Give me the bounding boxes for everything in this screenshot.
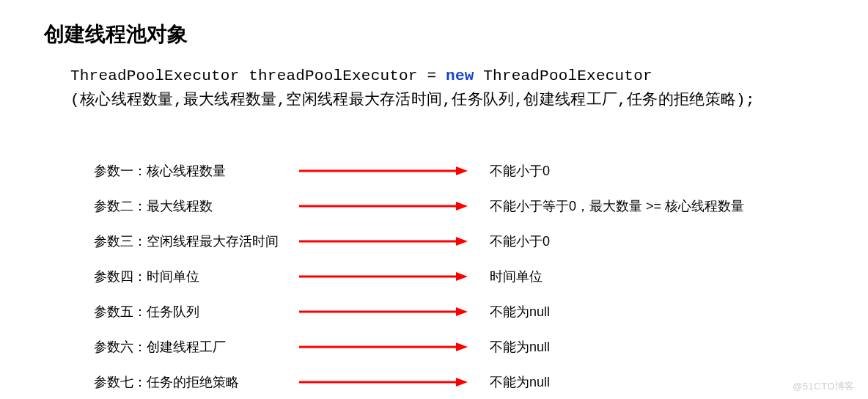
code-text: ThreadPoolExecutor threadPoolExecutor = [70, 67, 446, 84]
param-label: 参数五：任务队列 [94, 303, 299, 321]
code-line-2: (核心线程数量,最大线程数量,空闲线程最大存活时间,任务队列,创建线程工厂,任务… [70, 89, 824, 113]
param-row: 参数七：任务的拒绝策略 不能为null [94, 365, 824, 399]
code-snippet: ThreadPoolExecutor threadPoolExecutor = … [70, 65, 824, 112]
code-text: ThreadPoolExecutor [474, 67, 652, 84]
arrow-icon [299, 307, 490, 317]
param-desc: 不能为null [490, 338, 824, 356]
param-label: 参数六：创建线程工厂 [94, 338, 299, 356]
code-line-1: ThreadPoolExecutor threadPoolExecutor = … [70, 65, 824, 89]
param-row: 参数三：空闲线程最大存活时间 不能小于0 [94, 224, 824, 259]
param-row: 参数五：任务队列 不能为null [94, 294, 824, 329]
param-desc: 不能为null [490, 303, 824, 321]
arrow-icon [299, 342, 490, 352]
param-row: 参数六：创建线程工厂 不能为null [94, 329, 824, 365]
svg-marker-3 [456, 202, 468, 211]
watermark: @51CTO博客 [792, 380, 855, 393]
svg-marker-1 [456, 166, 468, 175]
keyword-new: new [446, 67, 474, 84]
svg-marker-13 [456, 378, 468, 387]
svg-marker-7 [456, 272, 468, 281]
svg-marker-11 [456, 343, 468, 351]
svg-marker-5 [456, 237, 468, 246]
arrow-icon [299, 271, 490, 282]
param-label: 参数二：最大线程数 [94, 197, 299, 215]
param-label: 参数四：时间单位 [94, 268, 299, 285]
arrow-icon [299, 201, 490, 211]
param-desc: 不能小于0 [490, 162, 824, 180]
param-desc: 不能小于等于0，最大数量 >= 核心线程数量 [490, 197, 824, 215]
param-desc: 时间单位 [490, 268, 824, 285]
parameter-list: 参数一：核心线程数量 不能小于0 参数二：最大线程数 不能小于等于0，最大数量 … [94, 153, 824, 399]
param-row: 参数二：最大线程数 不能小于等于0，最大数量 >= 核心线程数量 [94, 188, 824, 224]
param-label: 参数一：核心线程数量 [94, 162, 299, 180]
arrow-icon [299, 377, 490, 387]
param-row: 参数一：核心线程数量 不能小于0 [94, 153, 824, 188]
page-title: 创建线程池对象 [44, 21, 824, 48]
param-row: 参数四：时间单位 时间单位 [94, 259, 824, 294]
svg-marker-9 [456, 307, 468, 316]
param-label: 参数三：空闲线程最大存活时间 [94, 233, 299, 250]
arrow-icon [299, 166, 490, 176]
param-desc: 不能为null [490, 373, 824, 391]
param-label: 参数七：任务的拒绝策略 [94, 373, 299, 391]
arrow-icon [299, 236, 490, 246]
param-desc: 不能小于0 [490, 233, 824, 250]
